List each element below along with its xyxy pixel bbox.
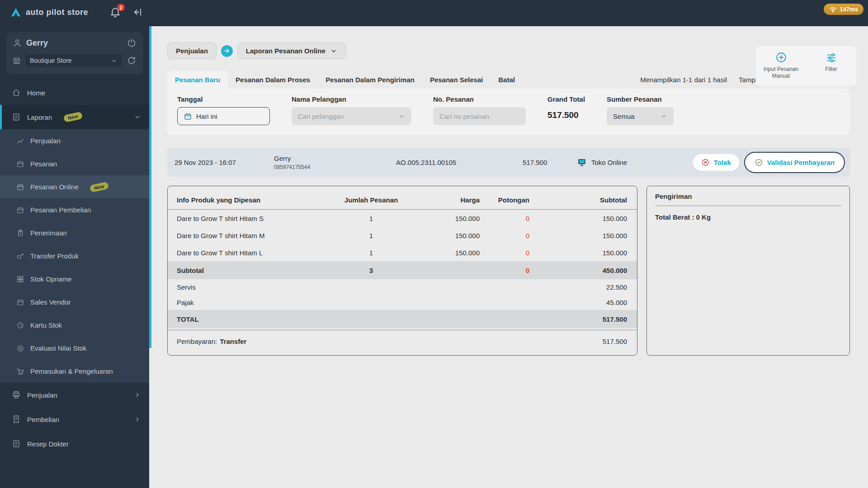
order-row[interactable]: 29 Nov 2023 - 16:07 Gerry 085974175544 A… (167, 148, 850, 177)
date-filter-input[interactable]: Hari ini (177, 107, 270, 125)
item-name: Dare to Grow T shirt Hitam L (168, 249, 330, 257)
clock-history-icon (16, 321, 24, 329)
sidebar-item-laporan-stok-opname[interactable]: Stok Opname (0, 267, 149, 291)
latency-value: 147ms (840, 6, 858, 13)
collapse-sidebar-icon (132, 7, 143, 18)
calendar-icon (16, 298, 24, 306)
breadcrumb-penjualan[interactable]: Penjualan (167, 42, 217, 59)
clipboard-icon (16, 229, 24, 237)
sidebar-item-label: Pemasukan & Pengeluaran (30, 367, 113, 375)
filter-card: Tanggal Hari ini Nama Pelanggan Cari pel… (167, 89, 850, 135)
order-source-filter-select[interactable]: Semua (607, 107, 674, 125)
items-table-header: Info Produk yang Dipesan Jumlah Pesanan … (168, 192, 637, 210)
sidebar-item-laporan-transfer-produk[interactable]: Transfer Produk (0, 244, 149, 267)
customer-name: Gerry (274, 155, 396, 162)
order-source: Toko Online (577, 157, 667, 167)
breadcrumb-laporan-pesanan-online[interactable]: Laporan Pesanan Online (237, 42, 346, 59)
subtotal-discount: 0 (480, 267, 529, 274)
header-potongan: Potongan (480, 196, 529, 204)
logout-power-button[interactable] (127, 38, 137, 48)
sidebar-item-laporan-kartu-stok[interactable]: Kartu Stok (0, 314, 149, 337)
laporan-submenu: Penjualan Pesanan Pesanan Online New (0, 129, 149, 383)
brand-logo-icon (10, 6, 22, 18)
order-detail-section: Info Produk yang Dipesan Jumlah Pesanan … (167, 186, 850, 356)
sidebar-item-laporan-penerimaan[interactable]: Penerimaan (0, 221, 149, 244)
sidebar-item-label: Home (27, 89, 141, 97)
tab-pesanan-dalam-proses[interactable]: Pesanan Dalam Proses (228, 71, 318, 89)
customer-filter-select[interactable]: Cari pelanggan (292, 107, 411, 125)
user-icon (13, 38, 22, 47)
tab-pesanan-baru[interactable]: Pesanan Baru (167, 71, 228, 89)
header-jumlah-pesanan: Jumlah Pesanan (330, 196, 412, 204)
cart-icon (16, 367, 24, 375)
sidebar-item-penjualan[interactable]: Penjualan (0, 383, 149, 407)
main-content: Input Pesanan Manual Filter Penjualan La… (149, 26, 868, 488)
sidebar-item-pembelian[interactable]: Pembelian (0, 407, 149, 432)
fee-value: 45.000 (529, 299, 637, 306)
page-actions-card: Input Pesanan Manual Filter (756, 46, 856, 86)
sidebar-item-laporan-sales-vendor[interactable]: Sales Vendor (0, 291, 149, 314)
topbar: auto pilot store 2 147ms (0, 0, 868, 26)
shipping-card: Pengiriman Total Berat : 0 Kg (646, 186, 850, 356)
sidebar-item-laporan-penjualan[interactable]: Penjualan (0, 129, 149, 152)
home-icon (12, 88, 21, 97)
sidebar-item-laporan-pemasukan-pengeluaran[interactable]: Pemasukan & Pengeluaran (0, 360, 149, 383)
validate-payment-button[interactable]: Validasi Pembayaran (746, 154, 843, 171)
sidebar-item-label: Stok Opname (30, 275, 72, 283)
total-row: TOTAL 517.500 (168, 310, 637, 328)
sidebar-menu: Home Laporan New Penjualan (0, 80, 149, 456)
sidebar-item-laporan-pesanan-pembelian[interactable]: Pesanan Pembelian (0, 198, 149, 221)
chart-icon (16, 137, 24, 145)
order-total: 517.500 (523, 159, 577, 166)
sidebar-item-laporan-pesanan[interactable]: Pesanan (0, 152, 149, 175)
customer-filter-placeholder: Cari pelanggan (298, 113, 344, 120)
notification-bell-button[interactable]: 2 (109, 6, 123, 19)
shipping-weight-label: Total Berat : (655, 213, 694, 221)
payment-method: Transfer (220, 338, 246, 345)
store-selector-value: Boutique Store (30, 57, 72, 64)
sidebar-item-laporan-evaluasi-nilai-stok[interactable]: Evaluasi Nilai Stok (0, 337, 149, 360)
shipping-weight: Total Berat : 0 Kg (655, 213, 841, 221)
item-qty: 1 (330, 232, 412, 239)
payment-label: Pembayaran: (177, 338, 217, 345)
filter-sliders-icon (826, 52, 837, 63)
sidebar-item-resep-dokter[interactable]: Resep Dokter (0, 432, 149, 456)
reject-order-button[interactable]: Tolak (693, 154, 739, 171)
tab-batal[interactable]: Batal (491, 71, 523, 89)
order-customer: Gerry 085974175544 (274, 155, 396, 170)
subtotal-qty: 3 (330, 267, 412, 274)
calendar-icon (16, 160, 24, 168)
new-badge: New (63, 112, 83, 122)
plus-circle-icon (775, 52, 787, 63)
sidebar-item-label: Transfer Produk (30, 252, 79, 260)
order-number-filter-input[interactable] (433, 107, 526, 125)
sidebar-item-label: Resep Dokter (27, 440, 141, 448)
store-selector[interactable]: Boutique Store (25, 53, 123, 68)
status-tabs: Pesanan Baru Pesanan Dalam Proses Pesana… (167, 71, 523, 89)
sidebar-collapse-button[interactable] (132, 7, 144, 19)
item-discount: 0 (480, 232, 529, 239)
refresh-store-button[interactable] (127, 56, 137, 66)
check-circle-icon (755, 158, 763, 167)
sidebar-item-laporan-pesanan-online[interactable]: Pesanan Online New (0, 175, 149, 198)
filter-sumber-pesanan: Sumber Pesanan Semua (607, 95, 674, 125)
wifi-icon (829, 5, 837, 13)
sidebar-item-label: Pesanan (30, 160, 57, 168)
brand: auto pilot store (10, 6, 88, 18)
sidebar-item-home[interactable]: Home (0, 80, 149, 105)
chevron-right-icon (134, 416, 141, 423)
chevron-down-icon (134, 113, 141, 121)
item-subtotal: 150.000 (529, 215, 637, 222)
item-discount: 0 (480, 215, 529, 222)
total-value: 517.500 (529, 315, 637, 323)
filter-button[interactable]: Filter (806, 46, 856, 86)
reject-button-label: Tolak (714, 159, 731, 166)
item-subtotal: 150.000 (529, 232, 637, 239)
sidebar-item-laporan[interactable]: Laporan New (0, 105, 149, 129)
tab-pesanan-selesai[interactable]: Pesanan Selesai (422, 71, 491, 89)
item-price: 150.000 (412, 232, 480, 239)
header-info-produk: Info Produk yang Dipesan (168, 196, 330, 204)
input-pesanan-manual-button[interactable]: Input Pesanan Manual (756, 46, 806, 86)
filter-label: No. Pesanan (433, 95, 526, 103)
tab-pesanan-dalam-pengiriman[interactable]: Pesanan Dalam Pengiriman (318, 71, 422, 89)
